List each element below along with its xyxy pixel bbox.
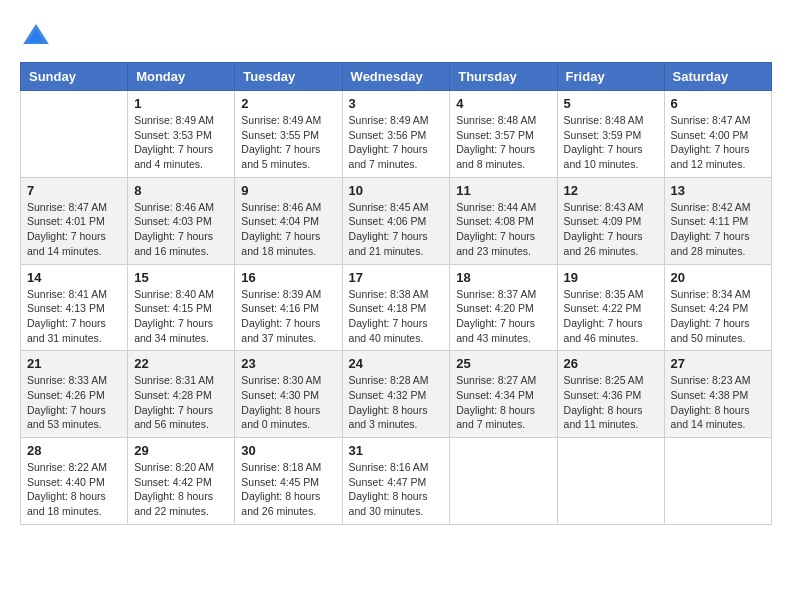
page-header	[20, 20, 772, 52]
calendar-day-header: Friday	[557, 63, 664, 91]
calendar-table: SundayMondayTuesdayWednesdayThursdayFrid…	[20, 62, 772, 525]
day-info: Sunrise: 8:38 AM Sunset: 4:18 PM Dayligh…	[349, 287, 444, 346]
day-info: Sunrise: 8:49 AM Sunset: 3:53 PM Dayligh…	[134, 113, 228, 172]
calendar-cell: 11Sunrise: 8:44 AM Sunset: 4:08 PM Dayli…	[450, 177, 557, 264]
day-info: Sunrise: 8:25 AM Sunset: 4:36 PM Dayligh…	[564, 373, 658, 432]
logo-icon	[20, 20, 52, 52]
day-number: 31	[349, 443, 444, 458]
day-number: 16	[241, 270, 335, 285]
calendar-cell: 26Sunrise: 8:25 AM Sunset: 4:36 PM Dayli…	[557, 351, 664, 438]
day-info: Sunrise: 8:18 AM Sunset: 4:45 PM Dayligh…	[241, 460, 335, 519]
calendar-cell	[664, 438, 771, 525]
day-number: 12	[564, 183, 658, 198]
day-number: 28	[27, 443, 121, 458]
calendar-day-header: Sunday	[21, 63, 128, 91]
day-info: Sunrise: 8:20 AM Sunset: 4:42 PM Dayligh…	[134, 460, 228, 519]
day-number: 5	[564, 96, 658, 111]
calendar-cell: 31Sunrise: 8:16 AM Sunset: 4:47 PM Dayli…	[342, 438, 450, 525]
calendar-cell: 22Sunrise: 8:31 AM Sunset: 4:28 PM Dayli…	[128, 351, 235, 438]
calendar-cell: 2Sunrise: 8:49 AM Sunset: 3:55 PM Daylig…	[235, 91, 342, 178]
calendar-cell: 12Sunrise: 8:43 AM Sunset: 4:09 PM Dayli…	[557, 177, 664, 264]
day-number: 18	[456, 270, 550, 285]
day-info: Sunrise: 8:49 AM Sunset: 3:56 PM Dayligh…	[349, 113, 444, 172]
calendar-cell: 25Sunrise: 8:27 AM Sunset: 4:34 PM Dayli…	[450, 351, 557, 438]
calendar-cell: 3Sunrise: 8:49 AM Sunset: 3:56 PM Daylig…	[342, 91, 450, 178]
calendar-day-header: Thursday	[450, 63, 557, 91]
calendar-cell	[557, 438, 664, 525]
calendar-week-row: 21Sunrise: 8:33 AM Sunset: 4:26 PM Dayli…	[21, 351, 772, 438]
logo	[20, 20, 58, 52]
calendar-cell: 20Sunrise: 8:34 AM Sunset: 4:24 PM Dayli…	[664, 264, 771, 351]
calendar-cell: 28Sunrise: 8:22 AM Sunset: 4:40 PM Dayli…	[21, 438, 128, 525]
day-info: Sunrise: 8:37 AM Sunset: 4:20 PM Dayligh…	[456, 287, 550, 346]
calendar-cell	[21, 91, 128, 178]
calendar-cell: 24Sunrise: 8:28 AM Sunset: 4:32 PM Dayli…	[342, 351, 450, 438]
day-info: Sunrise: 8:47 AM Sunset: 4:00 PM Dayligh…	[671, 113, 765, 172]
day-number: 11	[456, 183, 550, 198]
day-number: 20	[671, 270, 765, 285]
day-info: Sunrise: 8:27 AM Sunset: 4:34 PM Dayligh…	[456, 373, 550, 432]
day-number: 27	[671, 356, 765, 371]
day-number: 17	[349, 270, 444, 285]
day-info: Sunrise: 8:28 AM Sunset: 4:32 PM Dayligh…	[349, 373, 444, 432]
calendar-cell: 6Sunrise: 8:47 AM Sunset: 4:00 PM Daylig…	[664, 91, 771, 178]
calendar-cell: 7Sunrise: 8:47 AM Sunset: 4:01 PM Daylig…	[21, 177, 128, 264]
calendar-cell	[450, 438, 557, 525]
day-number: 15	[134, 270, 228, 285]
calendar-cell: 23Sunrise: 8:30 AM Sunset: 4:30 PM Dayli…	[235, 351, 342, 438]
calendar-day-header: Saturday	[664, 63, 771, 91]
day-info: Sunrise: 8:22 AM Sunset: 4:40 PM Dayligh…	[27, 460, 121, 519]
calendar-week-row: 7Sunrise: 8:47 AM Sunset: 4:01 PM Daylig…	[21, 177, 772, 264]
day-info: Sunrise: 8:45 AM Sunset: 4:06 PM Dayligh…	[349, 200, 444, 259]
calendar-day-header: Wednesday	[342, 63, 450, 91]
calendar-cell: 16Sunrise: 8:39 AM Sunset: 4:16 PM Dayli…	[235, 264, 342, 351]
day-number: 13	[671, 183, 765, 198]
day-info: Sunrise: 8:33 AM Sunset: 4:26 PM Dayligh…	[27, 373, 121, 432]
calendar-cell: 10Sunrise: 8:45 AM Sunset: 4:06 PM Dayli…	[342, 177, 450, 264]
day-number: 9	[241, 183, 335, 198]
day-number: 22	[134, 356, 228, 371]
calendar-cell: 5Sunrise: 8:48 AM Sunset: 3:59 PM Daylig…	[557, 91, 664, 178]
day-number: 26	[564, 356, 658, 371]
calendar-cell: 8Sunrise: 8:46 AM Sunset: 4:03 PM Daylig…	[128, 177, 235, 264]
day-number: 25	[456, 356, 550, 371]
day-info: Sunrise: 8:46 AM Sunset: 4:03 PM Dayligh…	[134, 200, 228, 259]
day-info: Sunrise: 8:41 AM Sunset: 4:13 PM Dayligh…	[27, 287, 121, 346]
day-info: Sunrise: 8:48 AM Sunset: 3:59 PM Dayligh…	[564, 113, 658, 172]
calendar-cell: 9Sunrise: 8:46 AM Sunset: 4:04 PM Daylig…	[235, 177, 342, 264]
day-info: Sunrise: 8:35 AM Sunset: 4:22 PM Dayligh…	[564, 287, 658, 346]
calendar-cell: 30Sunrise: 8:18 AM Sunset: 4:45 PM Dayli…	[235, 438, 342, 525]
calendar-week-row: 28Sunrise: 8:22 AM Sunset: 4:40 PM Dayli…	[21, 438, 772, 525]
day-number: 10	[349, 183, 444, 198]
day-info: Sunrise: 8:42 AM Sunset: 4:11 PM Dayligh…	[671, 200, 765, 259]
calendar-cell: 27Sunrise: 8:23 AM Sunset: 4:38 PM Dayli…	[664, 351, 771, 438]
day-info: Sunrise: 8:47 AM Sunset: 4:01 PM Dayligh…	[27, 200, 121, 259]
calendar-cell: 17Sunrise: 8:38 AM Sunset: 4:18 PM Dayli…	[342, 264, 450, 351]
day-number: 4	[456, 96, 550, 111]
day-info: Sunrise: 8:39 AM Sunset: 4:16 PM Dayligh…	[241, 287, 335, 346]
calendar-week-row: 14Sunrise: 8:41 AM Sunset: 4:13 PM Dayli…	[21, 264, 772, 351]
day-info: Sunrise: 8:43 AM Sunset: 4:09 PM Dayligh…	[564, 200, 658, 259]
calendar-cell: 15Sunrise: 8:40 AM Sunset: 4:15 PM Dayli…	[128, 264, 235, 351]
day-info: Sunrise: 8:16 AM Sunset: 4:47 PM Dayligh…	[349, 460, 444, 519]
calendar-cell: 21Sunrise: 8:33 AM Sunset: 4:26 PM Dayli…	[21, 351, 128, 438]
calendar-cell: 29Sunrise: 8:20 AM Sunset: 4:42 PM Dayli…	[128, 438, 235, 525]
day-info: Sunrise: 8:34 AM Sunset: 4:24 PM Dayligh…	[671, 287, 765, 346]
day-number: 3	[349, 96, 444, 111]
day-info: Sunrise: 8:49 AM Sunset: 3:55 PM Dayligh…	[241, 113, 335, 172]
day-info: Sunrise: 8:48 AM Sunset: 3:57 PM Dayligh…	[456, 113, 550, 172]
calendar-cell: 14Sunrise: 8:41 AM Sunset: 4:13 PM Dayli…	[21, 264, 128, 351]
day-number: 8	[134, 183, 228, 198]
calendar-day-header: Tuesday	[235, 63, 342, 91]
day-info: Sunrise: 8:46 AM Sunset: 4:04 PM Dayligh…	[241, 200, 335, 259]
day-number: 2	[241, 96, 335, 111]
day-number: 14	[27, 270, 121, 285]
day-number: 24	[349, 356, 444, 371]
calendar-cell: 18Sunrise: 8:37 AM Sunset: 4:20 PM Dayli…	[450, 264, 557, 351]
day-number: 23	[241, 356, 335, 371]
calendar-cell: 1Sunrise: 8:49 AM Sunset: 3:53 PM Daylig…	[128, 91, 235, 178]
day-info: Sunrise: 8:44 AM Sunset: 4:08 PM Dayligh…	[456, 200, 550, 259]
day-number: 19	[564, 270, 658, 285]
calendar-cell: 19Sunrise: 8:35 AM Sunset: 4:22 PM Dayli…	[557, 264, 664, 351]
day-number: 21	[27, 356, 121, 371]
